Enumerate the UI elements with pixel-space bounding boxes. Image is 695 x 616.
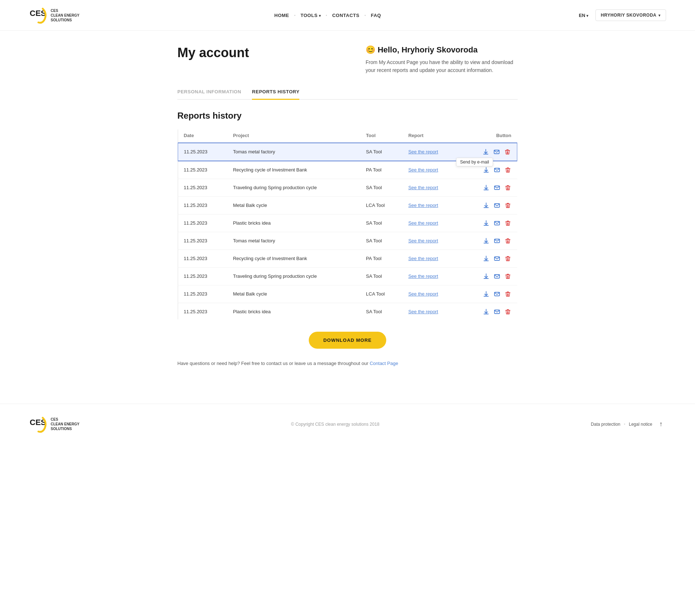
main-content: My account 😊 Hello, Hryhoriy Skovoroda F… — [148, 31, 547, 404]
row-report[interactable]: See the report — [403, 196, 460, 214]
nav-home[interactable]: HOME — [272, 11, 291, 20]
row-date: 11.25.2023 — [178, 196, 227, 214]
nav-dot-1: • — [294, 13, 296, 17]
row-report[interactable]: See the report — [403, 285, 460, 303]
row-date: 11.25.2023 — [178, 143, 227, 161]
report-link[interactable]: See the report — [408, 203, 438, 208]
email-icon[interactable] — [493, 166, 501, 174]
action-icons — [466, 237, 511, 245]
email-icon[interactable] — [493, 273, 501, 280]
delete-icon[interactable] — [504, 290, 511, 298]
language-button[interactable]: EN — [576, 11, 591, 20]
email-icon[interactable] — [493, 255, 501, 262]
row-report[interactable]: See the report — [403, 303, 460, 320]
download-icon[interactable] — [483, 273, 490, 280]
report-link[interactable]: See the report — [408, 185, 438, 190]
row-project: Traveling during Spring production cycle — [227, 179, 360, 196]
row-tool: SA Tool — [360, 232, 403, 250]
delete-icon[interactable] — [504, 166, 511, 174]
col-tool: Tool — [360, 128, 403, 143]
delete-icon[interactable] — [504, 273, 511, 280]
col-date: Date — [178, 128, 227, 143]
delete-icon[interactable] — [504, 237, 511, 245]
delete-icon[interactable] — [504, 255, 511, 262]
email-icon[interactable] — [493, 290, 501, 298]
report-link[interactable]: See the report — [408, 220, 438, 226]
report-link[interactable]: See the report — [408, 238, 438, 243]
action-icons — [466, 202, 511, 209]
download-icon[interactable] — [483, 184, 490, 191]
delete-icon[interactable] — [504, 202, 511, 209]
report-link[interactable]: See the report — [408, 149, 438, 154]
report-link[interactable]: See the report — [408, 309, 438, 314]
row-project: Recycling cycle of Investment Bank — [227, 250, 360, 267]
nav-tools[interactable]: TOOLS — [298, 11, 323, 20]
report-link[interactable]: See the report — [408, 256, 438, 261]
row-report[interactable]: See the report — [403, 214, 460, 232]
footer-note: Have questions or need help? Feel free t… — [177, 360, 518, 368]
scroll-to-top-button[interactable]: ↑ — [656, 419, 666, 429]
download-icon[interactable] — [483, 237, 490, 245]
tab-reports-history[interactable]: REPORTS HISTORY — [252, 89, 299, 100]
ces-logo-icon: CES — [29, 6, 48, 25]
action-icons — [466, 290, 511, 298]
reports-section-title: Reports history — [177, 111, 518, 121]
report-link[interactable]: See the report — [408, 167, 438, 173]
table-row: 11.25.2023 Recycling cycle of Investment… — [178, 250, 517, 267]
footer-data-protection-link[interactable]: Data protection — [591, 422, 620, 427]
row-tool: SA Tool — [360, 179, 403, 196]
row-project: Plastic bricks idea — [227, 214, 360, 232]
download-icon[interactable] — [483, 290, 490, 298]
nav-dot-3: • — [365, 13, 366, 17]
download-icon[interactable] — [483, 308, 490, 315]
delete-icon[interactable] — [504, 308, 511, 315]
row-actions — [460, 285, 517, 303]
action-icons — [466, 273, 511, 280]
download-more-button[interactable]: DOWNLOAD MORE — [309, 332, 386, 349]
welcome-desc: From My Account Page you have the abilit… — [366, 58, 518, 75]
download-icon[interactable] — [483, 202, 490, 209]
contact-page-link[interactable]: Contact Page — [370, 361, 398, 366]
email-icon[interactable] — [493, 184, 501, 191]
action-icons — [466, 255, 511, 262]
footer-legal-notice-link[interactable]: Legal notice — [629, 422, 652, 427]
nav-faq[interactable]: FAQ — [368, 11, 383, 20]
email-icon[interactable] — [493, 220, 501, 227]
download-more-row: DOWNLOAD MORE — [177, 332, 518, 349]
email-icon[interactable] — [493, 202, 501, 209]
row-report[interactable]: See the report — [403, 161, 460, 179]
row-report[interactable]: See the report — [403, 250, 460, 267]
delete-icon[interactable] — [504, 220, 511, 227]
download-icon[interactable] — [483, 220, 490, 227]
row-report[interactable]: See the report — [403, 143, 460, 161]
row-tool: LCA Tool — [360, 196, 403, 214]
footer-copyright: © Copyright CES clean energy solutions 2… — [291, 422, 379, 427]
row-date: 11.25.2023 — [178, 179, 227, 196]
report-link[interactable]: See the report — [408, 273, 438, 279]
row-project: Plastic bricks idea — [227, 303, 360, 320]
delete-icon[interactable] — [504, 148, 511, 156]
table-header-row: Date Project Tool Report Button — [178, 128, 517, 143]
row-project: Recycling cycle of Investment Bank — [227, 161, 360, 179]
email-icon[interactable] — [493, 308, 501, 315]
logo[interactable]: CES CES CLEAN ENERGY SOLUTIONS — [29, 6, 79, 25]
download-icon[interactable] — [482, 148, 489, 156]
email-icon[interactable] — [493, 237, 501, 245]
col-report: Report — [403, 128, 460, 143]
download-icon[interactable] — [483, 166, 490, 174]
table-row: 11.25.2023 Plastic bricks idea SA Tool S… — [178, 214, 517, 232]
report-link[interactable]: See the report — [408, 291, 438, 297]
row-report[interactable]: See the report — [403, 267, 460, 285]
tooltip-send-email: Send by e-mail — [456, 158, 493, 166]
tab-personal-information[interactable]: PERSONAL INFORMATION — [177, 89, 241, 100]
download-icon[interactable] — [483, 255, 490, 262]
row-date: 11.25.2023 — [178, 303, 227, 320]
row-report[interactable]: See the report — [403, 179, 460, 196]
delete-icon[interactable] — [504, 184, 511, 191]
table-row: 11.25.2023 Tomas metal factory SA Tool S… — [178, 232, 517, 250]
email-icon[interactable]: Send by e-mail — [493, 148, 500, 156]
row-date: 11.25.2023 — [178, 214, 227, 232]
user-menu-button[interactable]: HRYHORIY SKOVORODA — [595, 9, 666, 21]
row-report[interactable]: See the report — [403, 232, 460, 250]
nav-contacts[interactable]: CONTACTS — [330, 11, 362, 20]
